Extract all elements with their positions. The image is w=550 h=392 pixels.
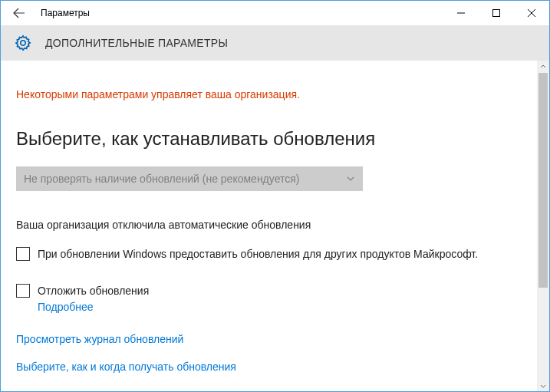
page-header: ДОПОЛНИТЕЛЬНЫЕ ПАРАМЕТРЫ xyxy=(1,25,549,61)
minimize-icon xyxy=(457,9,465,17)
content-area: Некоторыми параметрами управляет ваша ор… xyxy=(1,61,549,391)
minimize-button[interactable] xyxy=(443,1,479,25)
learn-more-link[interactable]: Подробнее xyxy=(38,301,94,313)
title-bar: Параметры xyxy=(1,1,549,25)
chevron-down-icon xyxy=(540,383,546,389)
choose-delivery-link[interactable]: Выберите, как и когда получать обновлени… xyxy=(16,361,236,373)
checkbox-other-products-label: При обновлении Windows предоставить обно… xyxy=(38,246,478,262)
maximize-icon xyxy=(492,9,500,17)
chevron-up-icon xyxy=(540,64,546,70)
checkbox-other-products-row: При обновлении Windows предоставить обно… xyxy=(16,246,534,262)
view-history-link[interactable]: Просмотреть журнал обновлений xyxy=(16,333,183,345)
vertical-scrollbar[interactable] xyxy=(537,61,549,392)
scroll-up-button[interactable] xyxy=(537,61,549,73)
maximize-button[interactable] xyxy=(479,1,514,25)
update-mode-dropdown[interactable]: Не проверять наличие обновлений (не реко… xyxy=(16,166,363,191)
page-title: ДОПОЛНИТЕЛЬНЫЕ ПАРАМЕТРЫ xyxy=(45,37,228,49)
window-title: Параметры xyxy=(41,8,90,18)
window-controls xyxy=(443,1,549,25)
dropdown-value: Не проверять наличие обновлений (не реко… xyxy=(24,173,299,185)
org-managed-notice: Некоторыми параметрами управляет ваша ор… xyxy=(16,88,534,100)
checkbox-other-products[interactable] xyxy=(16,247,30,261)
back-button[interactable] xyxy=(1,1,38,25)
checkbox-defer-label: Отложить обновления xyxy=(38,283,149,298)
section-title: Выберите, как устанавливать обновления xyxy=(16,128,534,150)
org-disabled-text: Ваша организация отключила автоматически… xyxy=(16,219,534,231)
checkbox-defer-row: Отложить обновления xyxy=(16,283,534,298)
svg-rect-1 xyxy=(493,10,500,17)
checkbox-defer-updates[interactable] xyxy=(16,284,30,298)
chevron-down-icon xyxy=(346,174,355,183)
scroll-down-button[interactable] xyxy=(537,380,549,392)
close-button[interactable] xyxy=(514,1,549,25)
gear-icon xyxy=(15,35,31,51)
scroll-thumb[interactable] xyxy=(538,73,548,288)
back-arrow-icon xyxy=(12,6,26,20)
close-icon xyxy=(528,9,535,17)
